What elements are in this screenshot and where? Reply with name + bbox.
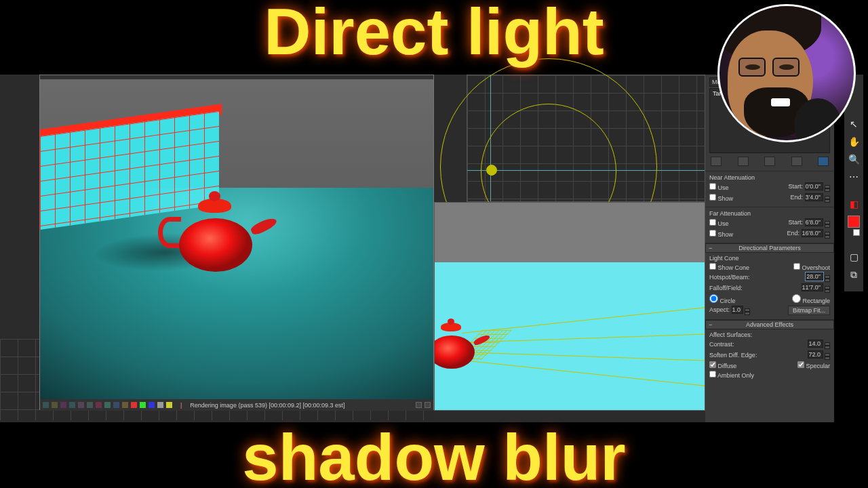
directional-rollout-header[interactable]: Directional Parameters <box>705 243 834 253</box>
configure-sets-icon[interactable] <box>818 157 829 166</box>
show-end-result-icon[interactable] <box>738 157 749 166</box>
far-atten-title: Far Attenuation <box>709 210 830 217</box>
far-atten-use-checkbox[interactable] <box>709 219 716 226</box>
far-atten-start-spinner[interactable]: 6'8.0" <box>805 218 823 226</box>
quickmask-icon[interactable]: ▢ <box>848 251 860 263</box>
hotspot-beam-spinner[interactable]: 28.0" <box>806 272 823 281</box>
directional-parameters-rollout: Directional Parameters Light Cone Show C… <box>705 243 834 319</box>
zoom-tool-icon[interactable]: 🔍 <box>848 153 860 165</box>
viewport-top[interactable] <box>467 75 705 202</box>
near-atten-show-checkbox[interactable] <box>709 194 716 201</box>
hand-tool-icon[interactable]: ✋ <box>848 136 860 148</box>
advanced-effects-rollout: Advanced Effects Affect Surfaces: Contra… <box>705 319 834 383</box>
render-status-bar: | Rendering image (pass 539) [00:00:09.2… <box>40 399 433 411</box>
soften-edge-spinner[interactable]: 72.0 <box>808 350 823 359</box>
far-attenuation-group: Far Attenuation Use Start: 6'8.0" Show E… <box>705 207 834 243</box>
viewport-perspective[interactable] <box>434 202 705 411</box>
show-cone-checkbox[interactable] <box>709 263 716 270</box>
presenter-avatar <box>717 4 856 142</box>
background-swatch[interactable] <box>853 229 860 236</box>
near-atten-end-spinner[interactable]: 3'4.0" <box>805 193 823 201</box>
far-atten-show-checkbox[interactable] <box>709 230 716 237</box>
render-output <box>40 79 433 399</box>
near-atten-use-checkbox[interactable] <box>709 183 716 190</box>
pin-stack-icon[interactable] <box>711 157 722 166</box>
color-tool-a-icon[interactable]: ◧ <box>848 198 860 210</box>
falloff-field-spinner[interactable]: 11'7.0" <box>802 283 823 291</box>
scene-object-teapot <box>434 325 482 369</box>
ambient-only-checkbox[interactable] <box>709 371 716 378</box>
overlay-title-bottom: shadow blur <box>0 420 868 488</box>
affect-diffuse-checkbox[interactable] <box>709 361 716 368</box>
rendered-teapot <box>167 201 264 272</box>
near-atten-start-spinner[interactable]: 0'0.0" <box>805 182 823 190</box>
near-attenuation-group: Near Attenuation Use Start: 0'0.0" Show … <box>705 171 834 207</box>
render-window[interactable]: | Rendering image (pass 539) [00:00:09.2… <box>39 75 434 410</box>
affect-specular-checkbox[interactable] <box>797 361 804 368</box>
screenmode-icon[interactable]: ⧉ <box>848 268 860 281</box>
near-atten-title: Near Attenuation <box>709 174 830 181</box>
advanced-rollout-header[interactable]: Advanced Effects <box>705 320 834 329</box>
overshoot-checkbox[interactable] <box>793 263 800 270</box>
remove-modifier-icon[interactable] <box>791 157 802 166</box>
render-status-text: Rendering image (pass 539) [00:00:09.2] … <box>190 402 344 409</box>
more-tools-icon[interactable]: ⋯ <box>848 171 860 183</box>
aspect-spinner[interactable]: 1.0 <box>732 306 744 314</box>
right-toolbar: ↖ ✋ 🔍 ⋯ ◧ ▢ ⧉ <box>844 75 863 291</box>
bitmap-fit-button[interactable]: Bitmap Fit... <box>788 306 830 315</box>
far-atten-end-spinner[interactable]: 16'8.0" <box>802 229 823 237</box>
cone-rectangle-radio[interactable] <box>792 294 801 303</box>
cone-circle-radio[interactable] <box>709 294 718 303</box>
make-unique-icon[interactable] <box>764 157 775 166</box>
app-3d-software: | Rendering image (pass 539) [00:00:09.2… <box>0 75 705 422</box>
foreground-swatch[interactable] <box>848 216 860 228</box>
contrast-spinner[interactable]: 14.0 <box>808 340 823 348</box>
arrow-tool-icon[interactable]: ↖ <box>848 118 860 130</box>
